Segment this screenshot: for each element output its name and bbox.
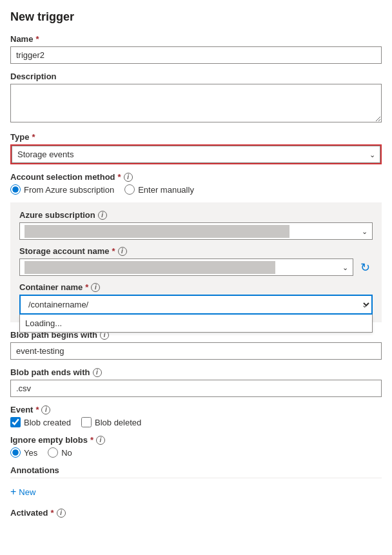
annotations-divider [10,478,382,478]
event-label: Event * i [10,405,382,414]
from-azure-label: From Azure subscription [24,185,114,195]
annotations-new-label: New [19,487,35,497]
storage-account-label: Storage account name * i [19,246,373,256]
annotations-field-group: Annotations + New [10,465,382,500]
event-checkbox-group: Blob created Blob deleted [10,417,382,427]
blob-path-begins-input[interactable] [10,342,382,360]
activated-label: Activated * i [10,508,382,518]
storage-account-dropdown-refresh: ⌄ ↻ [19,258,373,276]
enter-manually-radio[interactable] [124,184,135,195]
type-dropdown[interactable]: Storage events [12,146,380,163]
description-input[interactable] [10,84,382,122]
page-title: New trigger [10,10,382,24]
account-selection-field-group: Account selection method * i From Azure … [10,172,382,195]
storage-account-info-icon[interactable]: i [118,247,127,256]
from-azure-radio[interactable] [10,184,21,195]
type-label: Type * [10,132,382,142]
container-loading-dropdown: Loading... [19,315,373,333]
type-required: * [32,132,35,142]
event-required: * [35,405,39,414]
description-label: Description [10,72,382,81]
annotations-label: Annotations [10,465,382,475]
account-selection-radio-group: From Azure subscription Enter manually [10,184,382,195]
ignore-empty-blobs-label: Ignore empty blobs * i [10,435,382,445]
azure-subscription-dropdown-wrapper: ⌄ [19,222,373,240]
ignore-empty-yes-radio[interactable] [10,447,21,458]
ignore-empty-yes-option[interactable]: Yes [10,447,37,458]
blob-deleted-label: Blob deleted [95,418,141,427]
ignore-empty-no-option[interactable]: No [48,447,72,458]
name-label: Name * [10,34,382,44]
type-dropdown-wrapper: Storage events ⌄ [10,144,382,164]
blob-path-ends-field: Blob path ends with i [10,367,382,397]
blob-created-label: Blob created [24,418,71,427]
ignore-empty-blobs-field: Ignore empty blobs * i Yes No [10,435,382,458]
container-name-dropdown-wrapper: /containername/ ⌄ Loading... [19,295,373,315]
container-name-info-icon[interactable]: i [91,283,100,292]
blob-created-checkbox[interactable] [10,417,21,427]
activated-required: * [51,508,54,518]
annotations-new-button[interactable]: + New [10,483,35,500]
blob-path-ends-info-icon[interactable]: i [93,368,102,377]
description-field-group: Description [10,72,382,124]
ignore-empty-required: * [90,435,93,445]
account-selection-required: * [118,172,121,182]
plus-icon: + [10,486,16,498]
ignore-empty-no-label: No [61,448,72,458]
event-info-icon[interactable]: i [41,405,50,414]
storage-account-dropdown[interactable] [19,258,353,276]
blob-path-ends-label: Blob path ends with i [10,367,382,377]
storage-account-dropdown-wrapper: ⌄ [19,258,353,276]
type-field-group: Type * Storage events ⌄ [10,132,382,164]
ignore-empty-radio-group: Yes No [10,447,382,458]
container-name-required: * [85,282,88,292]
blob-path-begins-field: Blob path begins with i [10,330,382,360]
blob-created-option[interactable]: Blob created [10,417,71,427]
account-selection-label: Account selection method * i [10,172,382,182]
storage-account-field: Storage account name * i ⌄ ↻ [19,246,373,276]
account-selection-info-icon[interactable]: i [124,173,133,182]
container-name-dropdown[interactable]: /containername/ [19,295,373,315]
name-field-group: Name * [10,34,382,64]
name-input[interactable] [10,46,382,64]
storage-account-refresh-icon[interactable]: ↻ [357,260,373,275]
ignore-empty-no-radio[interactable] [48,447,58,458]
blob-deleted-checkbox[interactable] [81,417,92,427]
azure-subscription-field: Azure subscription i ⌄ [19,210,373,240]
enter-manually-option[interactable]: Enter manually [124,184,194,195]
blob-deleted-option[interactable]: Blob deleted [81,417,141,427]
event-field-group: Event * i Blob created Blob deleted [10,405,382,427]
from-azure-option[interactable]: From Azure subscription [10,184,114,195]
activated-info-icon[interactable]: i [57,509,66,518]
azure-subscription-info-icon[interactable]: i [98,211,107,220]
blob-path-ends-input[interactable] [10,380,382,397]
container-name-field: Container name * i /containername/ ⌄ Loa… [19,282,373,315]
container-name-label: Container name * i [19,282,373,292]
ignore-empty-info-icon[interactable]: i [96,436,105,445]
name-required: * [35,34,39,44]
ignore-empty-yes-label: Yes [24,448,37,458]
enter-manually-label: Enter manually [138,185,194,195]
azure-subscription-dropdown[interactable] [19,222,373,240]
activated-field-group: Activated * i [10,508,382,518]
azure-section-box: Azure subscription i ⌄ Storage account n… [10,202,382,322]
azure-subscription-label: Azure subscription i [19,210,373,220]
storage-account-required: * [112,246,115,256]
